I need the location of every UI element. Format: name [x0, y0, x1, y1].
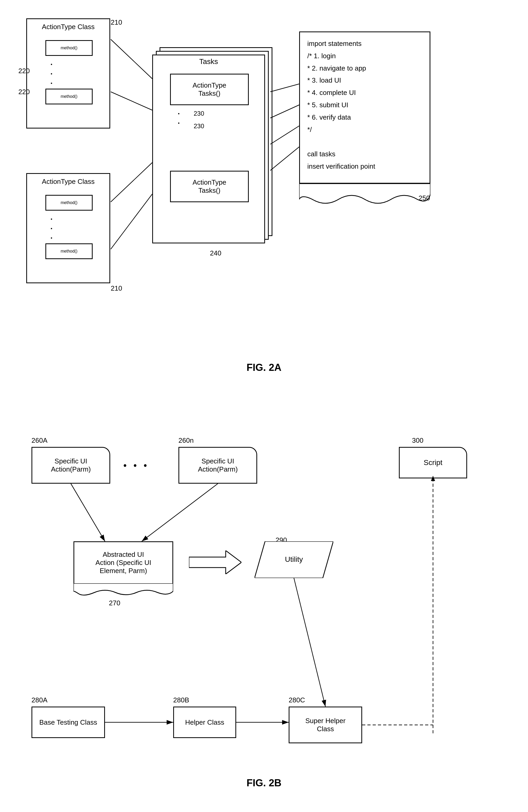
import-line11: insert verification point [307, 162, 375, 170]
helper-280b-text: Helper Class [185, 719, 224, 726]
dots-1a: ••• [51, 60, 52, 88]
import-line10: call tasks [307, 150, 336, 158]
specific-ui-260n-box: Specific UIAction(Parm) [179, 447, 257, 484]
label-210-top: 210 [111, 18, 122, 27]
label-280b: 280B [173, 696, 189, 704]
label-280a: 280A [31, 696, 47, 704]
label-210-bottom: 210 [111, 284, 122, 292]
label-230a: 230 [194, 110, 204, 117]
fig2b-title: FIG. 2B [246, 778, 281, 788]
svg-line-2 [111, 163, 152, 202]
dots-2a: ••• [51, 215, 52, 243]
svg-line-11 [71, 484, 105, 541]
svg-line-1 [111, 92, 152, 110]
method-box-1b-text: method() [61, 94, 77, 99]
script-300-text: Script [424, 459, 442, 467]
label-280c: 280C [289, 696, 305, 704]
specific-ui-260a-box: Specific UIAction(Parm) [31, 447, 110, 484]
dots-230a: •• [178, 109, 180, 128]
label-260n: 260n [179, 436, 194, 445]
label-220-1a: 220 [18, 67, 30, 75]
svg-marker-8 [189, 551, 241, 574]
label-240: 240 [210, 249, 221, 257]
method-box-1a-text: method() [61, 46, 77, 50]
base-testing-280a-box: Base Testing Class [31, 707, 105, 738]
import-line4: * 3. load UI [307, 76, 341, 84]
actiontype-class-1-title: ActionType Class [27, 23, 110, 31]
actiontype-class-1-box: ActionType Class method() ••• method() [26, 18, 110, 129]
import-content: import statements /* 1. login * 2. navig… [307, 38, 422, 173]
import-box-curl [299, 184, 430, 205]
import-line3: * 2. navigate to app [307, 64, 366, 72]
label-270: 270 [109, 599, 120, 607]
label-220-1b: 220 [18, 88, 30, 96]
label-250: 250 [418, 194, 430, 202]
tasks-label-main: Tasks [153, 57, 264, 66]
actiontype-class-2-box: ActionType Class method() ••• method() [26, 173, 110, 283]
svg-line-12 [142, 484, 218, 541]
utility-290-shape: Utility [255, 541, 333, 578]
tasks-layer-1: Tasks ActionTypeTasks() •• 230 230 Actio… [152, 55, 265, 243]
right-arrow-to-utility [189, 551, 241, 574]
svg-line-0 [111, 39, 152, 79]
import-line2: /* 1. login [307, 52, 336, 60]
import-line1: import statements [307, 40, 362, 47]
helper-280b-box: Helper Class [173, 707, 236, 738]
abstracted-ui-270-box: Abstracted UIAction (Specific UIElement,… [73, 541, 173, 583]
import-line7: * 6. verify data [307, 113, 351, 121]
import-box: import statements /* 1. login * 2. navig… [299, 31, 430, 184]
dots-between-260: • • • [123, 460, 149, 471]
svg-line-3 [111, 194, 152, 249]
base-testing-280a-text: Base Testing Class [39, 719, 97, 726]
fig2a-diagram: ActionType Class method() ••• method() 2… [11, 11, 517, 398]
label-260a: 260A [31, 436, 47, 445]
import-line5: * 4. complete UI [307, 89, 356, 97]
svg-text:Utility: Utility [285, 555, 303, 563]
actiontype-tasks-2: ActionTypeTasks() [170, 171, 249, 202]
fig2a-label: FIG. 2A [11, 362, 517, 373]
svg-line-13 [294, 578, 325, 707]
import-line6: * 5. submit UI [307, 101, 348, 109]
svg-line-7 [270, 147, 299, 171]
method-box-1b: method() [45, 89, 92, 104]
svg-line-5 [270, 105, 299, 118]
fig2b-label: FIG. 2B [11, 778, 517, 789]
script-300-box: Script [399, 447, 467, 478]
actiontype-class-2-title: ActionType Class [27, 177, 110, 186]
actiontype-tasks-1: ActionTypeTasks() [170, 74, 249, 105]
svg-line-6 [270, 126, 299, 144]
method-box-2b: method() [45, 243, 92, 259]
label-300: 300 [412, 436, 423, 445]
super-helper-280c-box: Super HelperClass [289, 707, 362, 743]
method-box-2b-text: method() [61, 249, 77, 253]
method-box-1a: method() [45, 40, 92, 56]
method-box-2a: method() [45, 195, 92, 211]
import-line8: */ [307, 126, 312, 133]
fig2a-title: FIG. 2A [246, 362, 281, 373]
fig2b-diagram: 260A Specific UIAction(Parm) • • • 260n … [11, 421, 517, 812]
method-box-2a-text: method() [61, 200, 77, 205]
label-230b: 230 [194, 122, 204, 130]
abstracted-ui-curl [73, 583, 173, 596]
svg-line-4 [270, 84, 299, 92]
